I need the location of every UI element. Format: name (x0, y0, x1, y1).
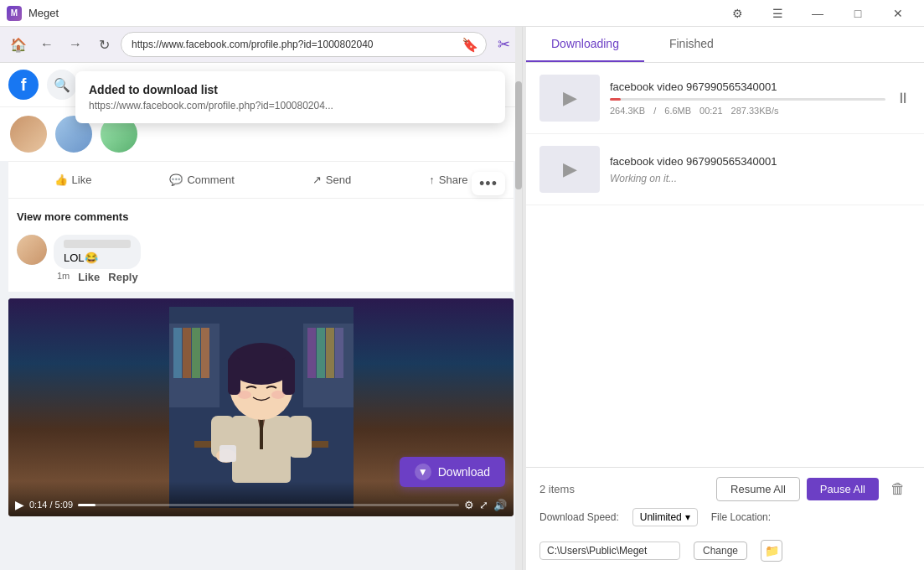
refresh-button[interactable]: ↻ (92, 33, 116, 56)
facebook-content: Added to download list https://www.faceb… (0, 63, 522, 570)
home-button[interactable]: 🏠 (7, 33, 30, 56)
send-button[interactable]: ↗ Send (304, 168, 359, 191)
download-item-1: ▶ facebook video 967990565340001 264.3KB… (526, 63, 924, 134)
svg-point-23 (238, 391, 251, 399)
file-location-input[interactable] (539, 542, 680, 560)
fb-search-button[interactable]: 🔍 (47, 70, 77, 100)
browser-panel: 🏠 ← → ↻ 🔖 ✂ Added to download list https… (0, 27, 523, 570)
comment-meta: 1m Like Reply (54, 271, 141, 283)
svg-rect-9 (326, 328, 334, 378)
app-title: Meget (28, 7, 59, 19)
maximize-button[interactable]: □ (839, 0, 877, 27)
comment-reply-btn[interactable]: Reply (108, 271, 137, 283)
facebook-logo: f (8, 70, 39, 100)
bottom-bar: 2 items Resume All Pause All 🗑 Download … (526, 467, 924, 570)
speed-label: Download Speed: (539, 511, 619, 523)
change-location-button[interactable]: Change (694, 542, 747, 560)
comment-like-btn[interactable]: Like (78, 271, 100, 283)
tab-downloading[interactable]: Downloading (526, 27, 644, 62)
download-list: ▶ facebook video 967990565340001 264.3KB… (526, 63, 924, 467)
speed-select[interactable]: Unlimited ▾ (632, 508, 698, 526)
delete-button[interactable]: 🗑 (885, 476, 911, 501)
like-icon: 👍 (54, 174, 68, 186)
send-label: Send (326, 174, 351, 186)
thumbnail-2: ▶ (539, 146, 600, 193)
address-input[interactable] (132, 39, 461, 50)
close-button[interactable]: ✕ (879, 0, 917, 27)
volume-button[interactable]: 🔊 (493, 499, 507, 511)
share-icon: ↑ (429, 174, 435, 186)
svg-rect-6 (201, 328, 209, 378)
comment-item-1: LOL😂 1m Like Reply (17, 235, 505, 283)
notification-popup: Added to download list https://www.faceb… (75, 71, 505, 123)
browser-scrollbar[interactable] (515, 27, 522, 570)
forward-button[interactable]: → (64, 33, 87, 56)
view-more-comments[interactable]: View more comments (17, 207, 505, 226)
menu-button[interactable]: ☰ (758, 0, 797, 27)
svg-rect-14 (260, 416, 263, 449)
video-settings-button[interactable]: ⚙ (464, 499, 474, 511)
size-total-1: 6.6MB (664, 106, 691, 116)
send-icon: ↗ (312, 174, 322, 186)
play-icon-1: ▶ (563, 87, 577, 109)
svg-rect-18 (219, 445, 236, 462)
location-label: File Location: (711, 511, 771, 523)
video-fullscreen-button[interactable]: ⤢ (479, 499, 488, 511)
video-progress-bar[interactable] (78, 504, 459, 506)
pause-button-1[interactable]: ⏸ (896, 90, 911, 107)
comment-button[interactable]: 💬 Comment (161, 168, 242, 191)
titlebar-left: M Meget (7, 6, 59, 21)
commenter-avatar (17, 235, 47, 265)
share-button[interactable]: ↑ Share (421, 168, 476, 191)
resume-all-button[interactable]: Resume All (716, 477, 800, 501)
svg-rect-22 (282, 357, 295, 395)
tab-finished[interactable]: Finished (644, 27, 739, 62)
time-display: 0:14 / 5:09 (29, 500, 73, 510)
video-area: ▶ 0:14 / 5:09 ⚙ ⤢ 🔊 ▼ Download (8, 298, 514, 516)
filename-1: facebook video 967990565340001 (610, 80, 885, 93)
speed-1: 287.33KB/s (731, 106, 779, 116)
svg-rect-21 (228, 357, 240, 395)
minimize-button[interactable]: — (798, 0, 837, 27)
main-area: 🏠 ← → ↻ 🔖 ✂ Added to download list https… (0, 27, 924, 570)
chevron-down-icon: ▾ (685, 511, 690, 523)
avatar-image (17, 235, 47, 265)
svg-rect-7 (307, 328, 316, 378)
settings-button[interactable]: ⚙ (718, 0, 756, 27)
download-info-1: facebook video 967990565340001 264.3KB /… (610, 80, 885, 116)
svg-rect-5 (192, 328, 200, 378)
download-button-wrap: ▼ Download (400, 457, 505, 487)
video-progress-filled (78, 504, 95, 506)
svg-rect-16 (288, 416, 312, 458)
download-meta-1: 264.3KB / 6.6MB 00:21 287.33KB/s (610, 106, 885, 116)
open-folder-button[interactable]: 📁 (761, 540, 782, 562)
extension-button[interactable]: ✂ (492, 33, 515, 56)
download-icon: ▼ (415, 464, 431, 480)
progress-bar-wrap-1 (610, 98, 885, 101)
scrollbar-thumb[interactable] (515, 81, 522, 190)
fb-comments: View more comments LOL😂 1m Like Re (8, 199, 514, 292)
svg-rect-3 (173, 328, 182, 378)
download-button[interactable]: ▼ Download (400, 457, 505, 487)
titlebar-controls: ⚙ ☰ — □ ✕ (718, 0, 917, 27)
bookmark-icon[interactable]: 🔖 (461, 35, 479, 54)
more-options-button[interactable]: ••• (472, 172, 505, 195)
more-options-wrap: ••• (472, 172, 505, 195)
size-downloaded-1: 264.3KB (610, 106, 645, 116)
comment-bubble: LOL😂 (54, 235, 141, 269)
fb-post-actions: 👍 Like 💬 Comment ↗ Send ↑ Share (8, 161, 514, 199)
notification-url: https://www.facebook.com/profile.php?id=… (89, 100, 492, 111)
comment-content: LOL😂 1m Like Reply (54, 235, 141, 283)
like-button[interactable]: 👍 Like (46, 168, 101, 191)
app-icon-letter: M (11, 8, 18, 18)
profile-pic-1 (8, 114, 49, 154)
bottom-bar-row2: Download Speed: Unlimited ▾ File Locatio… (539, 508, 911, 562)
back-button[interactable]: ← (35, 33, 59, 56)
speed-value: Unlimited (640, 511, 682, 523)
share-label: Share (439, 174, 468, 186)
pause-all-button[interactable]: Pause All (807, 478, 879, 500)
browser-toolbar: 🏠 ← → ↻ 🔖 ✂ (0, 27, 522, 63)
comment-icon: 💬 (169, 174, 183, 186)
download-info-2: facebook video 967990565340001 Working o… (610, 155, 911, 184)
play-button[interactable]: ▶ (15, 498, 24, 511)
